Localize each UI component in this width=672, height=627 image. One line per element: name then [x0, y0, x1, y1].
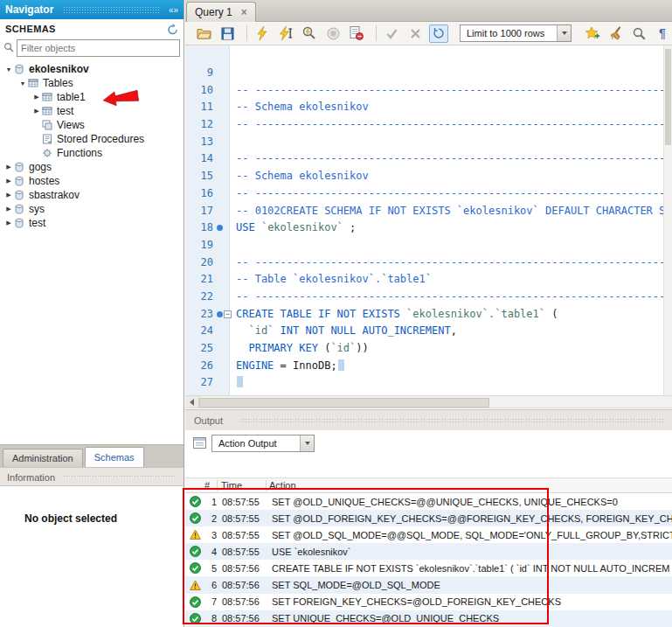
execute-script-icon[interactable]: [253, 24, 272, 43]
code-text: CREATE TABLE IF NOT EXISTS `ekolesnikov`…: [229, 306, 558, 324]
line-marker: [213, 271, 229, 289]
tree-item-tables[interactable]: ▼Tables: [0, 76, 184, 90]
output-row[interactable]: 308:57:55SET @OLD_SQL_MODE=@@SQL_MODE, S…: [185, 526, 672, 543]
code-line-10[interactable]: 10-- -----------------------------------…: [185, 82, 672, 100]
code-line-24[interactable]: 24 `id` INT NOT NULL AUTO_INCREMENT,: [185, 323, 672, 340]
scroll-left-button[interactable]: [185, 396, 199, 408]
tree-item-ekolesnikov[interactable]: ▼ekolesnikov: [0, 62, 184, 76]
code-line-9[interactable]: 9: [185, 65, 672, 82]
code-line-21[interactable]: 21-- Table `ekolesnikov`.`table1`: [185, 271, 672, 289]
output-row[interactable]: 408:57:55USE `ekolesnikov`: [185, 543, 672, 560]
tree-item-table1[interactable]: ▶table1: [0, 90, 184, 104]
toggle-stop-on-error-icon[interactable]: [347, 24, 366, 43]
tree-item-label: Tables: [43, 77, 73, 89]
execute-current-statement-icon[interactable]: [276, 24, 295, 43]
code-line-18[interactable]: 18USE `ekolesnikov` ;: [185, 219, 672, 237]
query-tab-label: Query 1: [195, 6, 232, 18]
code-token: = InnoDB;: [274, 359, 336, 372]
expand-arrow-icon[interactable]: ▶: [3, 206, 14, 212]
output-row[interactable]: 808:57:56SET UNIQUE_CHECKS=@OLD_UNIQUE_C…: [185, 610, 672, 627]
query-tab[interactable]: Query 1 ×: [186, 2, 256, 22]
collapse-arrow-icon[interactable]: ▼: [17, 80, 28, 87]
tree-item-label: ekolesnikov: [29, 63, 89, 75]
tree-item-functions[interactable]: Functions: [0, 146, 184, 160]
expand-arrow-icon[interactable]: ▶: [31, 94, 42, 101]
limit-rows-dropdown[interactable]: Limit to 1000 rows: [460, 24, 572, 42]
output-row[interactable]: 208:57:55SET @OLD_FOREIGN_KEY_CHECKS=@@F…: [185, 510, 672, 526]
tables-icon: [28, 78, 41, 88]
column-header-time: Time: [221, 480, 242, 491]
toggle-autocommit-icon[interactable]: [429, 24, 448, 43]
tab-administration[interactable]: Administration: [3, 449, 83, 467]
code-line-20[interactable]: 20-- -----------------------------------…: [185, 254, 672, 272]
commit-icon[interactable]: [382, 24, 401, 43]
expand-arrow-icon[interactable]: ▶: [3, 219, 14, 226]
code-line-25[interactable]: 25 PRIMARY KEY (`id`)): [185, 340, 672, 358]
code-line-17[interactable]: 17-- 0102CREATE SCHEMA IF NOT EXISTS `ek…: [185, 203, 672, 220]
tree-item-sys[interactable]: ▶sys: [0, 202, 184, 216]
line-marker: [213, 340, 229, 358]
code-line-22[interactable]: 22-- -----------------------------------…: [185, 289, 672, 306]
code-line-27[interactable]: 27: [185, 374, 672, 392]
tree-item-hostes[interactable]: ▶hostes: [0, 174, 184, 188]
line-marker: [213, 185, 229, 203]
output-view-dropdown[interactable]: Action Output: [211, 435, 315, 452]
tree-item-sbastrakov[interactable]: ▶sbastrakov: [0, 188, 184, 202]
expand-arrow-icon[interactable]: ▶: [3, 178, 14, 185]
code-token: (: [318, 342, 330, 354]
output-row[interactable]: 508:57:56CREATE TABLE IF NOT EXISTS `eko…: [185, 560, 672, 576]
tree-item-stored-procedures[interactable]: Stored Procedures: [0, 132, 184, 146]
collapse-panel-icon[interactable]: «»: [169, 5, 178, 15]
code-line-11[interactable]: 11-- Schema ekolesnikov: [185, 99, 672, 116]
output-row[interactable]: 708:57:56SET FOREIGN_KEY_CHECKS=@OLD_FOR…: [185, 594, 672, 610]
expand-arrow-icon[interactable]: ▶: [31, 108, 42, 115]
rollback-icon[interactable]: [405, 24, 425, 43]
find-icon[interactable]: [629, 24, 648, 43]
sql-editor[interactable]: 910-- ----------------------------------…: [185, 45, 672, 395]
code-text: PRIMARY KEY (`id`)): [229, 340, 369, 358]
code-line-23[interactable]: 23−CREATE TABLE IF NOT EXISTS `ekolesnik…: [185, 306, 672, 324]
editor-horizontal-scrollbar[interactable]: [185, 395, 672, 408]
code-line-15[interactable]: 15-- Schema ekolesnikov: [185, 168, 672, 185]
code-line-14[interactable]: 14-- -----------------------------------…: [185, 150, 672, 168]
expand-arrow-icon[interactable]: ▶: [3, 192, 14, 199]
tree-item-label: gogs: [29, 161, 52, 173]
row-action: SET SQL_MODE=@OLD_SQL_MODE: [272, 580, 672, 590]
scrollbar-thumb[interactable]: [665, 49, 671, 145]
open-script-icon[interactable]: [194, 24, 213, 43]
refresh-schemas-icon[interactable]: [167, 24, 178, 35]
tab-schemas[interactable]: Schemas: [85, 447, 144, 467]
expand-arrow-icon[interactable]: ▶: [3, 164, 14, 171]
invisible-characters-icon[interactable]: ¶: [653, 24, 672, 43]
filter-input[interactable]: [17, 39, 180, 57]
output-row[interactable]: 108:57:55SET @OLD_UNIQUE_CHECKS=@@UNIQUE…: [185, 493, 672, 510]
schemas-header-bar: SCHEMAS: [0, 19, 184, 38]
row-index: 2: [202, 513, 217, 524]
close-tab-icon[interactable]: ×: [241, 6, 247, 18]
save-snippet-icon[interactable]: [582, 24, 601, 43]
dropdown-arrow-icon[interactable]: [557, 25, 571, 41]
collapse-arrow-icon[interactable]: ▼: [3, 66, 14, 73]
save-script-icon[interactable]: [218, 24, 237, 43]
code-line-12[interactable]: 12-- -----------------------------------…: [185, 116, 672, 134]
tree-item-views[interactable]: Views: [0, 118, 184, 132]
dropdown-arrow-icon[interactable]: [300, 435, 314, 451]
code-token: `ekolesnikov`: [261, 221, 343, 233]
code-line-13[interactable]: 13: [185, 134, 672, 151]
code-token: )): [356, 342, 368, 354]
line-number: 24: [185, 323, 213, 340]
fold-collapse-icon[interactable]: −: [224, 310, 232, 318]
output-row[interactable]: 608:57:56SET SQL_MODE=@OLD_SQL_MODE: [185, 576, 672, 593]
scrollbar-thumb[interactable]: [199, 398, 489, 408]
tree-item-test[interactable]: ▶test: [0, 104, 184, 118]
beautify-script-icon[interactable]: [606, 24, 625, 43]
explain-statement-icon[interactable]: [300, 24, 319, 43]
code-line-26[interactable]: 26ENGINE = InnoDB;: [185, 358, 672, 375]
tree-item-gogs[interactable]: ▶gogs: [0, 160, 184, 174]
tree-item-test[interactable]: ▶test: [0, 216, 184, 230]
tree-item-label: test: [29, 217, 45, 229]
editor-vertical-scrollbar[interactable]: [663, 45, 672, 395]
code-line-16[interactable]: 16-- -----------------------------------…: [185, 185, 672, 203]
code-line-19[interactable]: 19: [185, 237, 672, 254]
stop-execution-icon[interactable]: [323, 24, 343, 43]
